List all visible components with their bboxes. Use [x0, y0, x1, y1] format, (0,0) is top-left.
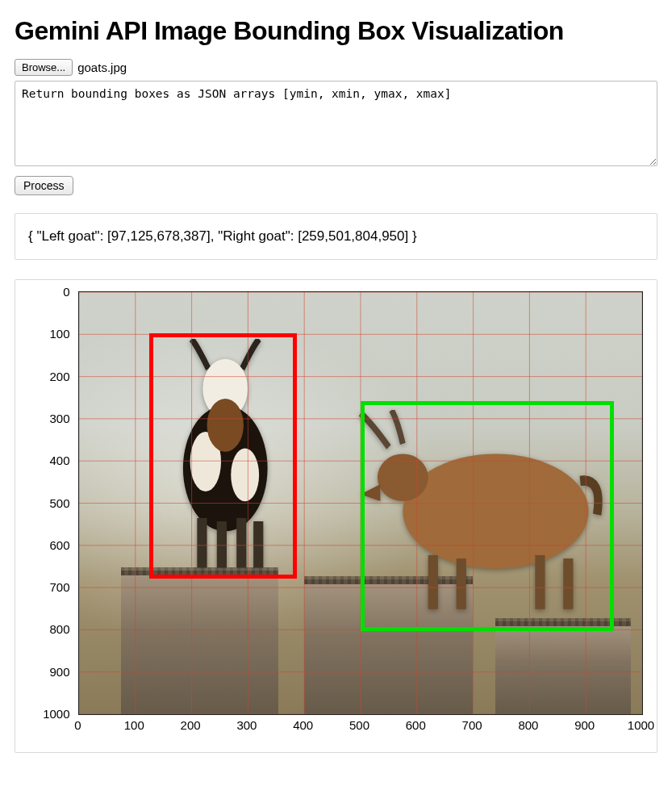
svg-point-4 — [207, 398, 243, 451]
stump-shape — [121, 571, 278, 714]
x-tick-label: 1000 — [628, 718, 654, 732]
y-tick-label: 300 — [49, 411, 69, 424]
file-input-row: Browse... goats.jpg — [15, 59, 657, 76]
y-tick-label: 500 — [49, 495, 69, 509]
svg-rect-11 — [428, 555, 437, 609]
x-tick-label: 200 — [181, 718, 201, 732]
x-tick-label: 300 — [236, 718, 257, 732]
y-tick-label: 600 — [49, 537, 69, 551]
y-tick-label: 800 — [49, 622, 69, 636]
x-tick-label: 100 — [124, 718, 144, 732]
y-tick-label: 0 — [63, 285, 69, 299]
svg-point-10 — [377, 454, 428, 502]
api-output: { "Left goat": [97,125,678,387], "Right … — [15, 213, 657, 260]
svg-rect-5 — [197, 517, 207, 567]
svg-rect-8 — [253, 521, 263, 568]
stump-shape — [495, 621, 631, 714]
y-tick-label: 400 — [49, 454, 69, 467]
svg-point-9 — [403, 454, 588, 569]
svg-rect-7 — [236, 517, 246, 567]
x-tick-label: 500 — [349, 718, 369, 732]
chart: 01002003004005006007008009001000 — [30, 291, 643, 715]
x-tick-label: 600 — [406, 718, 426, 732]
y-tick-label: 900 — [49, 664, 69, 678]
process-button[interactable]: Process — [15, 176, 73, 195]
svg-point-3 — [231, 448, 259, 501]
svg-rect-13 — [535, 555, 545, 609]
x-tick-label: 400 — [293, 718, 313, 732]
y-tick-label: 1000 — [43, 707, 69, 721]
goat-right-shape — [355, 410, 608, 613]
page-title: Gemini API Image Bounding Box Visualizat… — [15, 16, 657, 46]
y-tick-label: 100 — [49, 327, 69, 341]
svg-rect-14 — [563, 559, 573, 610]
y-tick-label: 200 — [49, 369, 69, 383]
selected-filename: goats.jpg — [77, 61, 127, 74]
svg-rect-12 — [456, 559, 465, 610]
svg-rect-6 — [216, 521, 226, 568]
y-tick-label: 700 — [49, 580, 69, 594]
goat-left-shape — [155, 339, 296, 571]
plot-area — [78, 291, 643, 715]
x-tick-label: 0 — [74, 718, 81, 732]
browse-button[interactable]: Browse... — [15, 59, 73, 76]
x-tick-label: 700 — [462, 718, 482, 732]
prompt-textarea[interactable] — [15, 81, 657, 166]
y-axis-labels: 01002003004005006007008009001000 — [30, 291, 75, 715]
x-tick-label: 900 — [574, 718, 595, 732]
x-tick-label: 800 — [518, 718, 538, 732]
x-axis-labels: 01002003004005006007008009001000 — [78, 715, 643, 736]
visualization-panel: 01002003004005006007008009001000 — [15, 279, 657, 753]
